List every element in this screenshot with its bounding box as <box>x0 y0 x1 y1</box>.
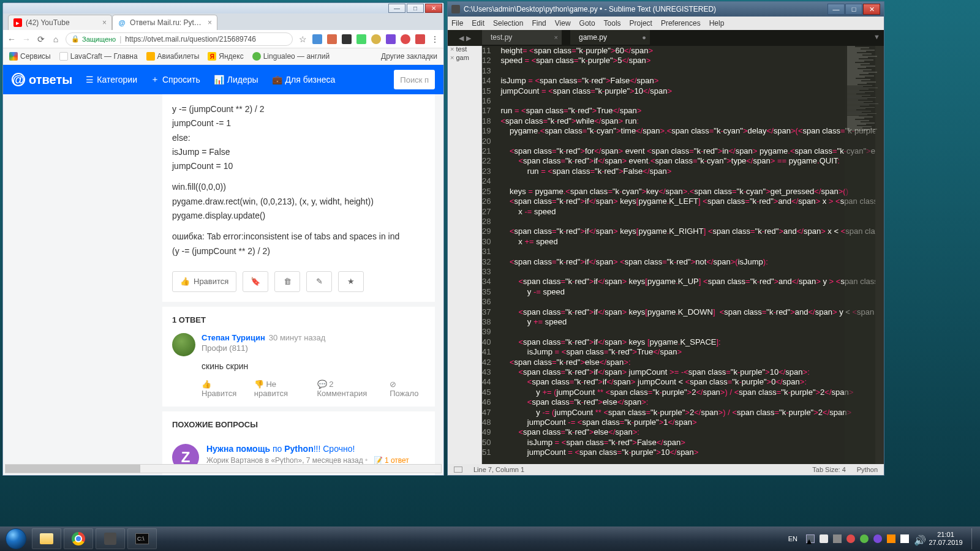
tray-icon[interactable] <box>860 534 869 543</box>
menu-edit[interactable]: Edit <box>472 19 484 28</box>
ext-icon[interactable] <box>386 34 396 44</box>
taskbar-explorer[interactable] <box>32 528 61 549</box>
tab-game[interactable]: game.py● <box>570 30 650 45</box>
ext-icon[interactable] <box>312 34 322 44</box>
tray-icon[interactable] <box>833 534 842 543</box>
tab-test[interactable]: test.py× <box>482 30 562 45</box>
dislike-action[interactable]: 👎 Не нравится <box>254 380 309 398</box>
nav-categories[interactable]: ☰ Категории <box>86 75 137 84</box>
other-bookmarks[interactable]: Другие закладки <box>381 52 437 61</box>
related-link[interactable]: Нужна помощь по Python!!! Срочно! <box>206 444 355 454</box>
sublime-icon <box>451 5 460 13</box>
language-indicator[interactable]: EN <box>788 535 797 542</box>
answer-user[interactable]: Степан Турицин <box>202 333 265 342</box>
tab-mailru[interactable]: @ Ответы Mail.ru: Python н × <box>112 15 217 30</box>
sidebar-file[interactable]: gam <box>450 54 479 61</box>
nav-leaders[interactable]: 📊 Лидеры <box>214 75 258 84</box>
ext-icon[interactable] <box>401 34 410 44</box>
comments-action[interactable]: 💬 2 Комментария <box>317 380 382 398</box>
bookmark-item[interactable]: Lingualeo — англий <box>252 52 330 61</box>
minimap[interactable] <box>845 46 884 464</box>
volume-icon[interactable]: 🔊 <box>914 534 922 543</box>
scrollbar-thumb[interactable] <box>6 465 140 473</box>
nav-ask[interactable]: ＋ Спросить <box>151 74 200 85</box>
like-action[interactable]: 👍 Нравится <box>202 380 246 398</box>
delete-button[interactable]: 🗑 <box>274 271 300 292</box>
syntax-lang[interactable]: Python <box>857 466 878 473</box>
chevron-down-icon[interactable]: ▼ <box>873 33 880 40</box>
show-desktop-button[interactable] <box>971 528 976 549</box>
tray-icon[interactable] <box>820 534 828 543</box>
close-button[interactable]: ✕ <box>425 4 442 13</box>
ext-icon[interactable] <box>415 34 425 44</box>
close-tab-icon[interactable]: × <box>102 18 107 27</box>
ext-icon[interactable] <box>356 34 366 44</box>
horizontal-scrollbar[interactable] <box>5 464 442 473</box>
menu-help[interactable]: Help <box>709 19 725 28</box>
back-icon[interactable]: ← <box>7 34 17 44</box>
close-tab-icon[interactable]: × <box>554 34 558 41</box>
nav-business[interactable]: 💼 Для бизнеса <box>272 75 336 84</box>
tray-icon[interactable] <box>846 534 855 543</box>
taskbar-cmd[interactable]: C:\ <box>127 528 157 549</box>
reload-icon[interactable]: ⟳ <box>36 34 46 44</box>
address-bar[interactable]: 🔒 Защищено | https://otvet.mail.ru/quest… <box>66 32 293 46</box>
close-tab-icon[interactable]: × <box>208 18 212 27</box>
avatar[interactable] <box>172 333 195 356</box>
close-button[interactable]: ✕ <box>863 4 880 15</box>
code-line: pygame.draw.rect(win, (0,0,213), (x, y, … <box>172 195 425 208</box>
sidebar[interactable]: OPEN test gam <box>448 30 482 464</box>
panel-icon[interactable] <box>454 467 462 473</box>
ext-icon[interactable] <box>371 34 381 44</box>
like-button[interactable]: 👍Нравится <box>172 271 236 292</box>
maximize-button[interactable]: □ <box>845 4 862 15</box>
menu-tools[interactable]: Tools <box>604 19 621 28</box>
taskbar-chrome[interactable] <box>64 528 93 549</box>
maximize-button[interactable]: □ <box>407 4 424 13</box>
menu-icon[interactable]: ⋮ <box>430 34 440 44</box>
bookmark-button[interactable]: 🔖 <box>243 271 268 292</box>
complain-action[interactable]: ⊘ Пожало <box>390 380 425 398</box>
bookmark-item[interactable]: ЯЯндекс <box>208 52 243 61</box>
minimize-button[interactable]: — <box>827 4 845 15</box>
trash-icon: 🗑 <box>284 277 292 286</box>
mailru-icon: @ <box>118 18 126 27</box>
otvety-logo[interactable]: @ответы <box>12 73 72 87</box>
menu-file[interactable]: File <box>451 19 463 28</box>
apps-button[interactable]: Сервисы <box>9 52 51 61</box>
page-body[interactable]: y -= (jumpCount ** 2) / 2 jumpCount -= 1… <box>3 94 443 475</box>
sidebar-file[interactable]: test <box>450 45 479 53</box>
nav-label: Для бизнеса <box>285 75 336 84</box>
flag-icon[interactable] <box>900 534 909 543</box>
bookmark-item[interactable]: LavaCraft — Главна <box>59 52 138 61</box>
tab-youtube[interactable]: ▸ (42) YouTube × <box>8 15 112 30</box>
sublime-titlebar[interactable]: C:\Users\admin\Desktop\python\game.py • … <box>448 2 884 17</box>
menu-project[interactable]: Project <box>630 19 652 28</box>
star-icon[interactable]: ☆ <box>298 34 307 44</box>
tray-icon[interactable] <box>873 534 882 543</box>
otvety-header: @ответы ☰ Категории ＋ Спросить 📊 Лидеры … <box>3 65 443 94</box>
start-button[interactable] <box>4 527 28 551</box>
menu-goto[interactable]: Goto <box>579 19 595 28</box>
taskbar-sublime[interactable] <box>96 528 125 549</box>
bookmark-item[interactable]: Авиабилеты <box>146 52 200 61</box>
star-button[interactable]: ★ <box>338 271 364 292</box>
ext-icon[interactable] <box>327 34 337 44</box>
clock[interactable]: 21:01 27.07.2019 <box>927 531 964 547</box>
chrome-titlebar[interactable]: — □ ✕ <box>3 3 443 13</box>
forward-icon[interactable]: → <box>21 34 31 44</box>
code-content[interactable]: height= <span class="k-purple">60</span>… <box>496 46 884 464</box>
tab-size[interactable]: Tab Size: 4 <box>812 466 845 473</box>
ext-icon[interactable] <box>342 34 352 44</box>
menu-find[interactable]: Find <box>532 19 546 28</box>
search-input[interactable]: Поиск п <box>394 70 435 89</box>
home-icon[interactable]: ⌂ <box>51 34 61 44</box>
menu-preferences[interactable]: Preferences <box>661 19 701 28</box>
edit-button[interactable]: ✎ <box>306 271 332 292</box>
tray-icon[interactable] <box>887 534 895 543</box>
code-area[interactable]: 1112131415161718192021222324252627282930… <box>482 46 875 464</box>
menu-view[interactable]: View <box>555 19 571 28</box>
menu-selection[interactable]: Selection <box>493 19 523 28</box>
tray-icon[interactable]: ▴ <box>806 534 815 543</box>
minimize-button[interactable]: — <box>388 4 405 13</box>
